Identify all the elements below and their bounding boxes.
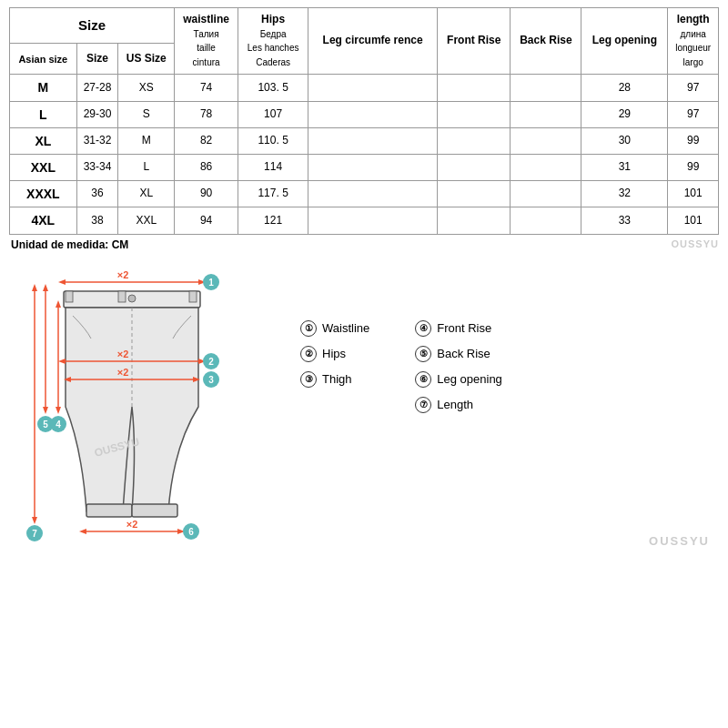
circle-3: ③ bbox=[300, 371, 317, 388]
table-cell: 86 bbox=[175, 154, 238, 180]
table-cell bbox=[438, 154, 511, 180]
table-cell: 36 bbox=[76, 181, 118, 207]
jeans-diagram: ×2 1 5 4 ×2 bbox=[9, 266, 255, 548]
table-row: XXL33-34L861143199 bbox=[10, 154, 719, 180]
leg-opening-header: Leg opening bbox=[581, 8, 668, 75]
legend-label-7: Length bbox=[437, 398, 473, 411]
table-cell: 97 bbox=[668, 101, 719, 127]
legend-label-4: Front Rise bbox=[437, 321, 491, 335]
table-cell: 107 bbox=[238, 101, 308, 127]
table-cell: 30 bbox=[581, 127, 668, 154]
table-cell bbox=[308, 127, 438, 154]
table-cell bbox=[308, 181, 438, 207]
asian-size-subheader: Asian size bbox=[10, 44, 77, 75]
diagram-section: ×2 1 5 4 ×2 bbox=[0, 257, 728, 557]
svg-text:1: 1 bbox=[208, 278, 214, 288]
legend-row: ① Waistline ② Hips ③ Thigh ④ Fro bbox=[300, 320, 719, 413]
bottom-watermark: OUSSYU bbox=[649, 534, 710, 548]
legend-item-7: ⑦ Length bbox=[415, 397, 502, 413]
svg-marker-44 bbox=[32, 517, 37, 524]
table-cell: 110. 5 bbox=[238, 127, 308, 154]
table-cell bbox=[511, 181, 581, 207]
circle-6: ⑥ bbox=[415, 371, 431, 388]
svg-text:6: 6 bbox=[188, 527, 194, 537]
table-cell bbox=[511, 154, 581, 180]
svg-marker-20 bbox=[56, 300, 61, 308]
legend-item-2: ② Hips bbox=[300, 346, 369, 362]
table-cell bbox=[511, 127, 581, 154]
table-cell: 38 bbox=[76, 207, 118, 234]
back-rise-header: Back Rise bbox=[511, 8, 581, 75]
legend-label-5: Back Rise bbox=[437, 347, 490, 360]
table-cell: 29-30 bbox=[76, 101, 118, 127]
table-cell: 28 bbox=[581, 75, 668, 101]
table-cell: 33-34 bbox=[76, 154, 118, 180]
table-cell: 4XL bbox=[10, 207, 77, 234]
svg-marker-15 bbox=[43, 284, 48, 291]
table-cell: XL bbox=[118, 181, 175, 207]
table-cell: 101 bbox=[668, 207, 719, 234]
waistline-header: waistline Талия taille cintura bbox=[175, 8, 238, 75]
table-cell: 27-28 bbox=[76, 75, 118, 101]
table-cell bbox=[438, 75, 511, 101]
table-cell: XS bbox=[118, 75, 175, 101]
circle-4: ④ bbox=[415, 320, 431, 337]
table-cell bbox=[308, 101, 438, 127]
size-header: Size bbox=[10, 8, 175, 44]
table-row: XXXL36XL90117. 532101 bbox=[10, 181, 719, 207]
svg-rect-3 bbox=[189, 291, 197, 302]
table-cell: M bbox=[118, 127, 175, 154]
svg-text:×2: ×2 bbox=[117, 349, 129, 359]
leg-circumference-header: Leg circumfe rence bbox=[308, 8, 438, 75]
svg-rect-6 bbox=[86, 504, 132, 517]
svg-marker-25 bbox=[58, 359, 66, 364]
legend-item-5: ⑤ Back Rise bbox=[415, 346, 502, 362]
front-rise-header: Front Rise bbox=[438, 8, 511, 75]
page-container: Size waistline Талия taille cintura Hips… bbox=[0, 0, 728, 557]
legend-label-6: Leg opening bbox=[437, 372, 502, 386]
circle-2: ② bbox=[300, 346, 317, 362]
table-cell: 99 bbox=[668, 154, 719, 180]
unit-label-text: Unidad de medida: CM bbox=[11, 238, 128, 251]
legend-label-3: Thigh bbox=[322, 372, 352, 386]
legend-item-1: ① Waistline bbox=[300, 320, 369, 337]
length-header: length длина longueur largo bbox=[668, 8, 719, 75]
table-cell: 31-32 bbox=[76, 127, 118, 154]
table-cell bbox=[511, 207, 581, 234]
table-cell: 114 bbox=[238, 154, 308, 180]
table-cell: L bbox=[118, 154, 175, 180]
svg-marker-21 bbox=[56, 407, 61, 414]
circle-1: ① bbox=[300, 320, 317, 337]
svg-marker-9 bbox=[58, 279, 66, 285]
svg-text:7: 7 bbox=[32, 529, 37, 539]
svg-rect-2 bbox=[118, 291, 126, 302]
svg-point-4 bbox=[128, 295, 136, 302]
table-cell bbox=[438, 101, 511, 127]
table-cell: 74 bbox=[175, 75, 238, 101]
circle-7: ⑦ bbox=[415, 397, 431, 413]
legend-label-1: Waistline bbox=[322, 321, 369, 335]
table-cell: 82 bbox=[175, 127, 238, 154]
table-cell: 78 bbox=[175, 101, 238, 127]
svg-text:×2: ×2 bbox=[117, 269, 129, 280]
table-cell bbox=[438, 127, 511, 154]
table-row: L29-30S781072997 bbox=[10, 101, 719, 127]
size-subheader: Size bbox=[76, 44, 118, 75]
table-cell: 32 bbox=[581, 181, 668, 207]
hips-header: Hips Бедра Les hanches Caderas bbox=[238, 8, 308, 75]
table-cell bbox=[308, 154, 438, 180]
table-cell bbox=[438, 181, 511, 207]
table-cell: L bbox=[10, 101, 77, 127]
table-cell bbox=[438, 207, 511, 234]
table-watermark: OUSSYU bbox=[672, 238, 719, 251]
unit-label-row: Unidad de medida: CM OUSSYU bbox=[9, 235, 719, 253]
circle-5: ⑤ bbox=[415, 346, 431, 362]
table-cell bbox=[308, 75, 438, 101]
table-cell bbox=[511, 75, 581, 101]
size-table: Size waistline Талия taille cintura Hips… bbox=[9, 7, 719, 235]
table-section: Size waistline Талия taille cintura Hips… bbox=[0, 0, 728, 257]
diagram-legend: ① Waistline ② Hips ③ Thigh ④ Fro bbox=[264, 266, 719, 557]
us-size-subheader: US Size bbox=[118, 44, 175, 75]
legend-item-6: ⑥ Leg opening bbox=[415, 371, 502, 388]
svg-text:3: 3 bbox=[208, 375, 214, 385]
